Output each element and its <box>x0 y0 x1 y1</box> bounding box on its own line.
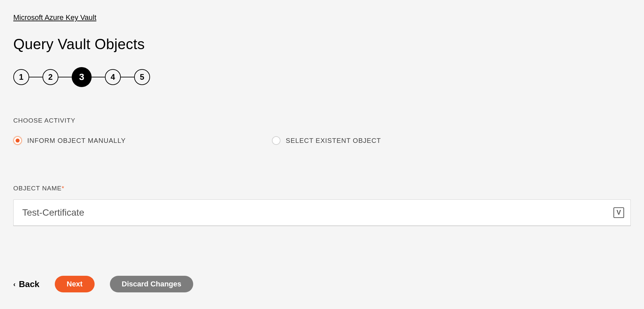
step-connector <box>92 77 105 78</box>
step-3[interactable]: 3 <box>72 67 92 87</box>
discard-button[interactable]: Discard Changes <box>110 276 194 292</box>
step-connector <box>58 77 72 78</box>
step-1[interactable]: 1 <box>13 69 29 85</box>
radio-label: SELECT EXISTENT OBJECT <box>286 137 381 145</box>
stepper: 1 2 3 4 5 <box>13 67 631 87</box>
radio-select-existent[interactable]: SELECT EXISTENT OBJECT <box>272 136 381 145</box>
breadcrumb[interactable]: Microsoft Azure Key Vault <box>13 13 96 22</box>
back-label: Back <box>19 279 40 289</box>
footer-actions: ‹ Back Next Discard Changes <box>13 276 631 292</box>
chevron-left-icon: ‹ <box>13 280 16 288</box>
step-5[interactable]: 5 <box>134 69 150 85</box>
back-button[interactable]: ‹ Back <box>13 279 40 289</box>
activity-radio-group: INFORM OBJECT MANUALLY SELECT EXISTENT O… <box>13 136 631 145</box>
next-button[interactable]: Next <box>55 276 95 292</box>
step-connector <box>29 77 42 78</box>
radio-inform-manually[interactable]: INFORM OBJECT MANUALLY <box>13 136 126 145</box>
required-marker: * <box>62 185 64 192</box>
svg-text:V: V <box>616 209 621 216</box>
radio-label: INFORM OBJECT MANUALLY <box>27 137 126 145</box>
radio-icon <box>272 136 281 145</box>
field-label-text: OBJECT NAME <box>13 185 62 192</box>
object-name-field[interactable]: V <box>13 199 631 226</box>
step-connector <box>121 77 134 78</box>
radio-icon <box>13 136 22 145</box>
step-2[interactable]: 2 <box>42 69 58 85</box>
object-name-input[interactable] <box>22 207 613 218</box>
variable-icon[interactable]: V <box>613 207 624 218</box>
step-4[interactable]: 4 <box>105 69 121 85</box>
choose-activity-label: CHOOSE ACTIVITY <box>13 117 631 124</box>
page-title: Query Vault Objects <box>13 36 631 52</box>
object-name-label: OBJECT NAME* <box>13 185 631 192</box>
